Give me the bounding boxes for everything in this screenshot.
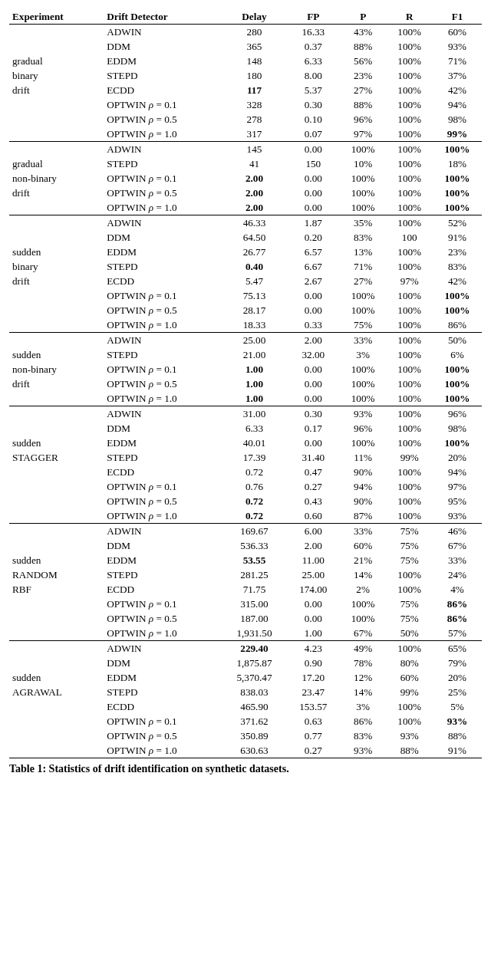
r-cell: 100%	[386, 333, 433, 348]
delay-cell: 1,875.87	[222, 656, 287, 670]
fp-cell: 25.00	[287, 567, 340, 582]
experiment-cell	[9, 391, 104, 406]
detector-cell: ADWIN	[104, 524, 222, 539]
delay-cell: 1.00	[222, 391, 287, 406]
f1-cell: 93%	[433, 508, 482, 524]
detector-cell: OPTWIN ρ = 0.5	[104, 112, 222, 127]
r-cell: 100%	[386, 171, 433, 186]
table-body: ADWIN28016.3343%100%60%DDM3650.3788%100%…	[9, 25, 482, 758]
r-cell: 100%	[386, 245, 433, 259]
f1-cell: 98%	[433, 112, 482, 127]
f1-cell: 100%	[433, 377, 482, 391]
r-cell: 100%	[386, 54, 433, 68]
detector-cell: OPTWIN ρ = 0.5	[104, 377, 222, 391]
delay-cell: 117	[222, 83, 287, 97]
r-cell: 100%	[386, 215, 433, 231]
r-cell: 100%	[386, 421, 433, 436]
fp-cell: 0.00	[287, 200, 340, 215]
r-cell: 100%	[386, 200, 433, 215]
p-cell: 100%	[340, 436, 387, 450]
f1-cell: 97%	[433, 479, 482, 494]
detector-cell: OPTWIN ρ = 1.0	[104, 127, 222, 142]
p-cell: 35%	[340, 215, 387, 231]
fp-cell: 0.20	[287, 230, 340, 245]
f1-cell: 18%	[433, 156, 482, 171]
table-row: OPTWIN ρ = 1.03170.0797%100%99%	[9, 127, 482, 142]
fp-cell: 6.57	[287, 245, 340, 259]
table-row: OPTWIN ρ = 0.50.720.4390%100%95%	[9, 494, 482, 508]
detector-cell: OPTWIN ρ = 0.5	[104, 303, 222, 317]
detector-cell: OPTWIN ρ = 1.0	[104, 391, 222, 406]
table-row: driftECDD5.472.6727%97%42%	[9, 274, 482, 288]
fp-cell: 0.10	[287, 112, 340, 127]
f1-cell: 60%	[433, 25, 482, 40]
fp-cell: 0.07	[287, 127, 340, 142]
detector-cell: OPTWIN ρ = 0.1	[104, 597, 222, 611]
p-cell: 2%	[340, 582, 387, 597]
r-cell: 100%	[386, 186, 433, 200]
p-cell: 14%	[340, 567, 387, 582]
p-cell: 12%	[340, 670, 387, 685]
p-cell: 100%	[340, 186, 387, 200]
delay-cell: 536.33	[222, 538, 287, 553]
f1-cell: 46%	[433, 524, 482, 539]
fp-cell: 0.00	[287, 611, 340, 626]
detector-cell: OPTWIN ρ = 0.1	[104, 171, 222, 186]
detector-cell: OPTWIN ρ = 0.1	[104, 97, 222, 112]
f1-cell: 100%	[433, 303, 482, 317]
r-cell: 100%	[386, 288, 433, 303]
p-cell: 78%	[340, 656, 387, 670]
col-fp: FP	[287, 9, 340, 25]
table-row: suddenEDDM26.776.5713%100%23%	[9, 245, 482, 259]
delay-cell: 6.33	[222, 421, 287, 436]
delay-cell: 1.00	[222, 377, 287, 391]
p-cell: 100%	[340, 611, 387, 626]
delay-cell: 280	[222, 25, 287, 40]
f1-cell: 5%	[433, 699, 482, 714]
r-cell: 100%	[386, 347, 433, 362]
table-row: STAGGERSTEPD17.3931.4011%99%20%	[9, 450, 482, 465]
table-row: driftECDD1175.3727%100%42%	[9, 83, 482, 97]
fp-cell: 0.43	[287, 494, 340, 508]
f1-cell: 91%	[433, 230, 482, 245]
delay-cell: 41	[222, 156, 287, 171]
r-cell: 100%	[386, 699, 433, 714]
fp-cell: 2.00	[287, 333, 340, 348]
table-row: DDM3650.3788%100%93%	[9, 39, 482, 54]
detector-cell: STEPD	[104, 259, 222, 274]
delay-cell: 40.01	[222, 436, 287, 450]
fp-cell: 0.37	[287, 39, 340, 54]
f1-cell: 100%	[433, 171, 482, 186]
detector-cell: ECDD	[104, 274, 222, 288]
delay-cell: 630.63	[222, 743, 287, 758]
detector-cell: OPTWIN ρ = 0.1	[104, 288, 222, 303]
table-row: OPTWIN ρ = 0.5350.890.7783%93%88%	[9, 728, 482, 743]
experiment-cell	[9, 524, 104, 539]
r-cell: 100%	[386, 479, 433, 494]
experiment-cell	[9, 728, 104, 743]
experiment-cell	[9, 97, 104, 112]
p-cell: 100%	[340, 171, 387, 186]
p-cell: 27%	[340, 274, 387, 288]
table-row: OPTWIN ρ = 1.02.000.00100%100%100%	[9, 200, 482, 215]
f1-cell: 91%	[433, 743, 482, 758]
r-cell: 100%	[386, 259, 433, 274]
p-cell: 100%	[340, 377, 387, 391]
r-cell: 100%	[386, 303, 433, 317]
table-row: DDM6.330.1796%100%98%	[9, 421, 482, 436]
delay-cell: 0.72	[222, 494, 287, 508]
delay-cell: 148	[222, 54, 287, 68]
r-cell: 100	[386, 230, 433, 245]
fp-cell: 17.20	[287, 670, 340, 685]
f1-cell: 100%	[433, 362, 482, 377]
experiment-cell: gradual	[9, 54, 104, 68]
table-row: OPTWIN ρ = 1.01,931.501.0067%50%57%	[9, 626, 482, 641]
table-row: OPTWIN ρ = 1.00.720.6087%100%93%	[9, 508, 482, 524]
p-cell: 87%	[340, 508, 387, 524]
f1-cell: 93%	[433, 714, 482, 728]
delay-cell: 18.33	[222, 317, 287, 333]
detector-cell: DDM	[104, 39, 222, 54]
fp-cell: 0.00	[287, 362, 340, 377]
fp-cell: 0.60	[287, 508, 340, 524]
experiment-cell	[9, 538, 104, 553]
